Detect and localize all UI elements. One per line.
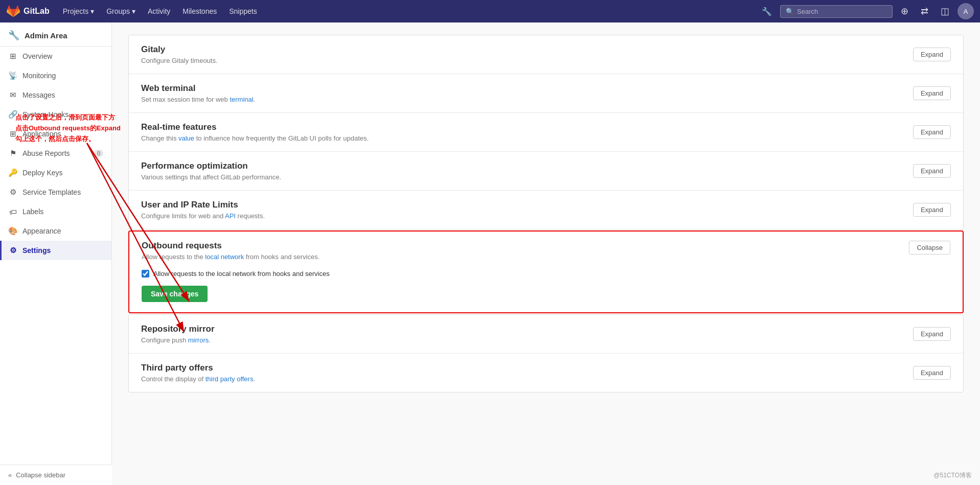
sidebar-item-deploy-keys[interactable]: 🔑 Deploy Keys [0,163,111,182]
settings-sections-bottom: Repository mirror Configure push mirrors… [128,314,964,392]
search-input[interactable] [797,8,887,15]
web-terminal-info: Web terminal Set max session time for we… [141,83,255,103]
rate-limits-desc: Configure limits for web and API request… [141,212,265,220]
sidebar-label-labels: Labels [22,207,43,216]
outbound-title: Outbound requests [142,241,320,251]
labels-icon: 🏷 [8,207,17,216]
overview-icon: ⊞ [8,52,17,61]
performance-info: Performance optimization Various setting… [141,161,281,181]
third-party-title: Third party offers [141,363,255,373]
gitlab-logo-icon [6,4,20,18]
save-changes-button[interactable]: Save changes [142,286,208,302]
appearance-icon: 🎨 [8,226,17,236]
rate-limits-expand-button[interactable]: Expand [913,203,951,217]
realtime-title: Real-time features [141,122,369,132]
sidebar-item-system-hooks[interactable]: 🔗 System Hooks [0,105,111,124]
performance-expand-button[interactable]: Expand [913,164,951,178]
nav-projects[interactable]: Projects ▾ [58,5,99,17]
sidebar-label-applications: Applications [22,130,61,138]
sidebar-item-overview[interactable]: ⊞ Overview [0,47,111,66]
service-templates-icon: ⚙ [8,188,17,197]
repository-mirror-expand-button[interactable]: Expand [913,327,951,341]
admin-icon: 🔧 [8,30,19,41]
plus-icon-button[interactable]: ⊕ [897,4,913,19]
outbound-header: Outbound requests Allow requests to the … [129,232,963,270]
sidebar-item-abuse-reports[interactable]: ⚑ Abuse Reports 0 [0,144,111,163]
sidebar-label-monitoring: Monitoring [22,72,56,80]
sidebar-item-applications[interactable]: ⊞ Applications [0,124,111,144]
collapse-chevron-icon: « [8,471,12,479]
web-terminal-section: Web terminal Set max session time for we… [129,74,963,113]
sidebar-item-appearance[interactable]: 🎨 Appearance [0,221,111,241]
allow-local-network-checkbox[interactable] [142,270,149,278]
settings-icon: ⚙ [8,246,17,255]
nav-activity[interactable]: Activity [143,5,175,17]
search-box[interactable]: 🔍 [780,5,893,18]
repository-mirror-section: Repository mirror Configure push mirrors… [129,315,963,354]
third-party-offers-section: Third party offers Control the display o… [129,354,963,392]
local-network-link[interactable]: local network [205,253,244,261]
third-party-expand-button[interactable]: Expand [913,366,951,380]
settings-sections-top: Gitaly Configure Gitaly timeouts. Expand… [128,35,964,229]
issues-icon-button[interactable]: ◫ [937,4,953,19]
realtime-section: Real-time features Change this value to … [129,113,963,152]
deploy-keys-icon: 🔑 [8,168,17,177]
performance-section: Performance optimization Various setting… [129,152,963,191]
outbound-collapse-button[interactable]: Collapse [909,241,950,255]
repository-mirror-header: Repository mirror Configure push mirrors… [129,315,963,353]
third-party-header: Third party offers Control the display o… [129,354,963,392]
sidebar-item-labels[interactable]: 🏷 Labels [0,202,111,221]
sidebar: 🔧 Admin Area ⊞ Overview 📡 Monitoring ✉ M… [0,22,112,485]
main-content: Gitaly Configure Gitaly timeouts. Expand… [112,22,980,485]
realtime-expand-button[interactable]: Expand [913,125,951,139]
outbound-info: Outbound requests Allow requests to the … [142,241,320,261]
navbar-right: 🔧 🔍 ⊕ ⇄ ◫ A [758,3,974,19]
third-party-desc: Control the display of third party offer… [141,375,255,383]
gitlab-brand[interactable]: GitLab [6,4,50,18]
performance-header: Performance optimization Various setting… [129,152,963,190]
sidebar-label-messages: Messages [22,91,55,99]
gitaly-section: Gitaly Configure Gitaly timeouts. Expand [129,35,963,74]
sidebar-item-monitoring[interactable]: 📡 Monitoring [0,66,111,85]
wrench-icon-button[interactable]: 🔧 [758,5,776,18]
realtime-value-link[interactable]: value [178,134,194,142]
rate-limits-info: User and IP Rate Limits Configure limits… [141,200,265,220]
performance-desc: Various settings that affect GitLab perf… [141,173,281,181]
third-party-link[interactable]: third party offers [206,375,254,383]
abuse-reports-badge: 0 [94,150,103,157]
sidebar-label-appearance: Appearance [22,227,61,235]
sidebar-nav: ⊞ Overview 📡 Monitoring ✉ Messages 🔗 Sys… [0,47,111,260]
nav-groups[interactable]: Groups ▾ [101,5,141,17]
mirrors-link[interactable]: mirrors [188,336,209,344]
sidebar-item-messages[interactable]: ✉ Messages [0,85,111,105]
outbound-desc: Allow requests to the local network from… [142,253,320,261]
web-terminal-expand-button[interactable]: Expand [913,86,951,100]
merge-requests-icon-button[interactable]: ⇄ [917,4,932,19]
sidebar-header: 🔧 Admin Area [0,22,111,47]
page-wrapper: Gitaly Configure Gitaly timeouts. Expand… [0,22,980,485]
repository-mirror-title: Repository mirror [141,324,215,334]
sidebar-label-abuse-reports: Abuse Reports [22,149,70,157]
nav-milestones[interactable]: Milestones [177,5,222,17]
gitaly-header: Gitaly Configure Gitaly timeouts. Expand [129,35,963,74]
sidebar-label-service-templates: Service Templates [22,188,81,196]
api-link[interactable]: API [225,212,236,220]
sidebar-collapse-btn[interactable]: « Collapse sidebar [0,465,112,485]
outbound-body: Allow requests to the local network from… [129,270,963,312]
user-avatar[interactable]: A [958,3,974,19]
main-nav: Projects ▾ Groups ▾ Activity Milestones … [58,5,262,17]
collapse-label: Collapse sidebar [16,471,65,479]
nav-snippets[interactable]: Snippets [224,5,262,17]
sidebar-item-service-templates[interactable]: ⚙ Service Templates [0,182,111,202]
gitaly-expand-button[interactable]: Expand [913,48,951,61]
web-terminal-header: Web terminal Set max session time for we… [129,74,963,112]
rate-limits-section: User and IP Rate Limits Configure limits… [129,191,963,229]
applications-icon: ⊞ [8,129,17,138]
allow-local-network-label: Allow requests to the local network from… [153,270,330,278]
terminal-link[interactable]: terminal [230,96,253,103]
realtime-header: Real-time features Change this value to … [129,113,963,151]
gitaly-desc: Configure Gitaly timeouts. [141,57,218,64]
realtime-desc: Change this value to influence how frequ… [141,134,369,142]
sidebar-item-settings[interactable]: ⚙ Settings [0,241,111,260]
gitaly-info: Gitaly Configure Gitaly timeouts. [141,44,218,64]
